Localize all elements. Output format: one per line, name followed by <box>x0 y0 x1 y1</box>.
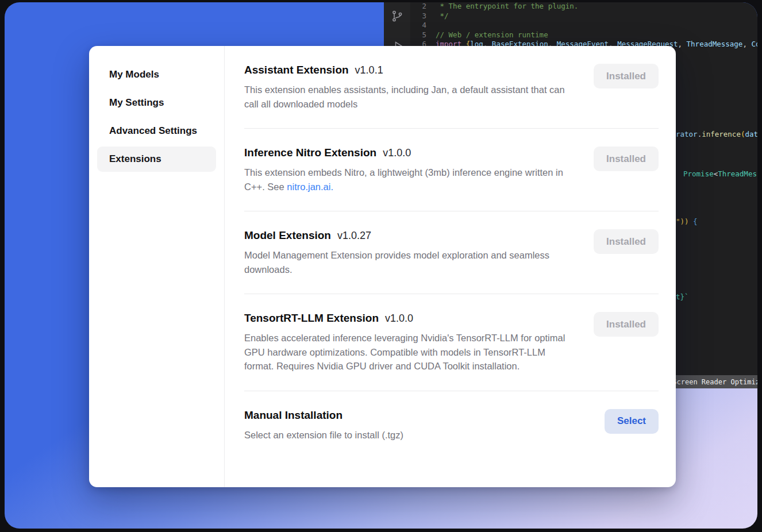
select-button[interactable]: Select <box>605 409 659 434</box>
sidebar-item-my-models[interactable]: My Models <box>97 62 216 87</box>
extension-description: Select an extension file to install (.tg… <box>244 428 403 442</box>
code-line: 3 */ <box>417 11 757 21</box>
extension-row: TensortRT-LLM Extension v1.0.0 Enables a… <box>244 294 659 391</box>
extension-name: Model Extension <box>244 229 331 242</box>
editor-code-lines: 2 * The entrypoint for the plugin.3 */45… <box>417 2 757 49</box>
extension-info: Model Extension v1.0.27 Model Management… <box>244 229 569 276</box>
extension-info: Assistant Extension v1.0.1 This extensio… <box>244 64 569 111</box>
code-fragment: Promise<ThreadMessage> <box>683 170 757 178</box>
extension-name: Manual Installation <box>244 409 342 422</box>
extension-row: Manual Installation Select an extension … <box>244 391 659 460</box>
code-line: 4 <box>417 21 757 30</box>
extension-name: Assistant Extension <box>244 64 349 76</box>
extension-row: Inference Nitro Extension v1.0.0 This ex… <box>244 129 659 211</box>
sidebar-item-my-settings[interactable]: My Settings <box>97 90 216 115</box>
code-line: 2 * The entrypoint for the plugin. <box>417 2 757 11</box>
extension-name: TensortRT-LLM Extension <box>244 312 379 325</box>
installed-button[interactable]: Installed <box>594 147 659 171</box>
code-fragment: ")) { <box>676 218 698 226</box>
sidebar-item-label: My Models <box>109 69 159 80</box>
sidebar-item-label: Advanced Settings <box>109 125 197 136</box>
extension-version: v1.0.27 <box>337 230 371 242</box>
extension-name: Inference Nitro Extension <box>244 147 376 159</box>
extension-info: TensortRT-LLM Extension v1.0.0 Enables a… <box>244 312 569 373</box>
extension-description: This extension enables assistants, inclu… <box>244 83 569 111</box>
installed-button[interactable]: Installed <box>594 312 659 337</box>
code-fragment: rator.inference(data)); <box>676 130 757 138</box>
code-fragment: t}` <box>676 293 689 301</box>
sidebar-item-extensions[interactable]: Extensions <box>97 147 216 172</box>
description-link[interactable]: nitro.jan.ai. <box>287 182 333 192</box>
extension-description: This extension embeds Nitro, a lightweig… <box>244 165 569 194</box>
extension-info: Inference Nitro Extension v1.0.0 This ex… <box>244 147 569 194</box>
extensions-list: Assistant Extension v1.0.1 This extensio… <box>225 46 676 487</box>
extension-row: Model Extension v1.0.27 Model Management… <box>244 211 659 294</box>
source-control-icon <box>390 9 404 23</box>
settings-sidebar: My Models My Settings Advanced Settings … <box>89 46 225 487</box>
code-line: 5// Web / extension runtime <box>417 30 757 40</box>
extension-version: v1.0.0 <box>385 313 413 325</box>
sidebar-item-advanced-settings[interactable]: Advanced Settings <box>97 118 216 144</box>
extension-description: Model Management Extension provides mode… <box>244 248 569 276</box>
sidebar-item-label: Extensions <box>109 153 161 164</box>
settings-modal: My Models My Settings Advanced Settings … <box>89 46 676 487</box>
extension-version: v1.0.0 <box>383 147 411 159</box>
sidebar-item-label: My Settings <box>109 97 164 108</box>
extension-row: Assistant Extension v1.0.1 This extensio… <box>244 46 659 129</box>
extension-version: v1.0.1 <box>355 64 383 76</box>
extension-info: Manual Installation Select an extension … <box>244 409 403 442</box>
screen-reader-optimized-badge: Screen Reader Optimiz <box>667 375 757 388</box>
extension-description: Enables accelerated inference leveraging… <box>244 331 569 373</box>
installed-button[interactable]: Installed <box>594 64 659 88</box>
installed-button[interactable]: Installed <box>594 229 659 254</box>
